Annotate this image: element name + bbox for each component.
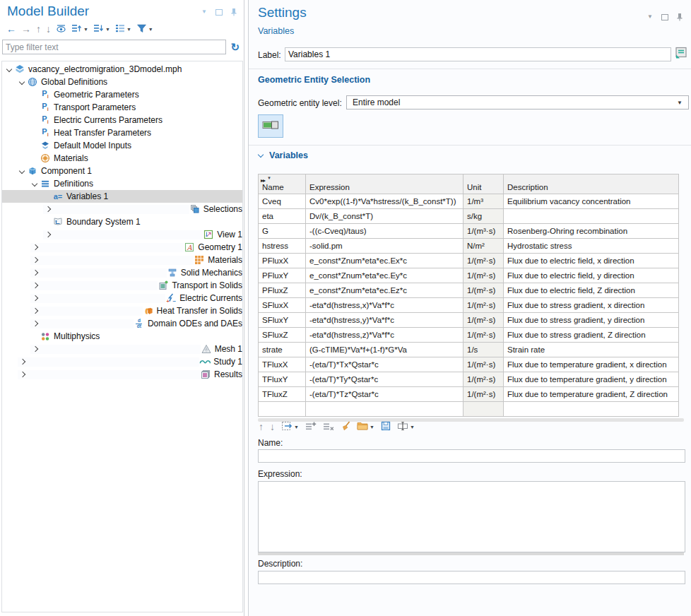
expander-icon[interactable] <box>30 179 40 189</box>
node-text-button[interactable]: ▼ <box>114 23 132 36</box>
var-description-cell[interactable]: Flux due to temperature gradient, Z dire… <box>504 387 679 402</box>
var-expression-cell[interactable]: -(eta/T)*Ty*Qstar*c <box>306 372 463 387</box>
var-description-cell[interactable]: Flux due to temperature gradient, x dire… <box>504 357 679 372</box>
tree-item-geometry-1[interactable]: AGeometry 1 <box>2 241 242 254</box>
back-button[interactable]: ← <box>6 23 17 35</box>
expander-icon[interactable] <box>18 370 200 379</box>
save-file-button[interactable] <box>380 420 391 434</box>
var-description-cell[interactable]: Flux due to stress gradient, y direction <box>504 313 679 328</box>
var-expression-cell[interactable]: -eta*d(hstress,y)*Va*f*c <box>306 313 463 328</box>
var-expression-cell[interactable]: -((c-Cveq)/taus) <box>306 224 463 239</box>
var-description-cell[interactable]: Flux due to electric field, Z direction <box>504 283 679 298</box>
var-name-cell[interactable] <box>259 402 306 417</box>
expander-icon[interactable] <box>30 307 143 316</box>
expander-icon[interactable] <box>18 167 27 176</box>
var-name-cell[interactable]: SFluxZ <box>259 328 306 343</box>
var-unit-cell[interactable]: 1/(m²·s) <box>463 357 504 372</box>
tree-item-study-1[interactable]: Study 1 <box>2 355 242 368</box>
tree-item-default-model-inputs[interactable]: Default Model Inputs <box>2 139 242 152</box>
forward-button[interactable]: → <box>20 23 32 35</box>
move-down-button[interactable]: ↓ <box>45 23 52 35</box>
panel-menu-icon[interactable]: ▼ <box>200 8 208 16</box>
var-expression-cell[interactable]: e_const*Znum*eta*ec.Ez*c <box>306 283 463 298</box>
expander-icon[interactable] <box>30 256 194 265</box>
tree-item-transport-in-solids[interactable]: Transport in Solids <box>2 279 242 292</box>
tree-item-definitions[interactable]: Definitions <box>2 177 242 190</box>
var-name-cell[interactable]: Cveq <box>259 194 306 209</box>
var-name-cell[interactable]: eta <box>259 209 306 224</box>
row-down-button[interactable]: ↓ <box>269 421 276 433</box>
collapse-all-button[interactable]: ▼ <box>93 23 111 36</box>
var-description-cell[interactable]: Strain rate <box>504 343 679 357</box>
tree-item-materials[interactable]: Materials <box>2 152 242 165</box>
tree-item-mesh-1[interactable]: Mesh 1 <box>2 343 242 355</box>
label-edit-button[interactable] <box>673 45 689 62</box>
var-description-cell[interactable]: Equilibrium vacancy concentration <box>504 194 679 209</box>
expander-icon[interactable] <box>30 243 184 252</box>
expander-icon[interactable] <box>30 281 158 290</box>
var-expression-cell[interactable]: e_const*Znum*eta*ec.Ex*c <box>306 254 463 268</box>
var-name-cell[interactable]: PFluxZ <box>259 283 306 298</box>
var-unit-cell[interactable]: 1/(m²·s) <box>463 387 504 402</box>
clear-button[interactable] <box>340 420 351 434</box>
panel-menu-icon[interactable]: ▼ <box>646 13 654 21</box>
var-description-cell[interactable]: Rosenberg-Ohring recombination <box>504 224 679 239</box>
var-unit-cell[interactable]: 1/s <box>463 343 504 357</box>
var-description-cell[interactable]: Flux due to electric field, y direction <box>504 268 679 283</box>
tree-item-component-1[interactable]: Component 1 <box>2 165 242 177</box>
expander-icon[interactable] <box>30 268 167 278</box>
filter-button[interactable]: ▼ <box>136 23 154 36</box>
tree-item-heat-transfer-parameters[interactable]: PiHeat Transfer Parameters <box>2 126 242 139</box>
tree-item-materials[interactable]: Materials <box>2 254 242 266</box>
var-name-cell[interactable]: PFluxY <box>259 268 306 283</box>
var-name-cell[interactable]: TFluxZ <box>259 387 306 402</box>
description-input[interactable] <box>258 571 685 584</box>
add-row-button[interactable] <box>305 420 317 434</box>
column-header-name[interactable]: ▸▸▼Name <box>259 174 306 194</box>
name-input[interactable] <box>258 449 685 463</box>
var-name-cell[interactable]: G <box>259 224 306 239</box>
var-unit-cell[interactable]: 1/(m³·s) <box>463 224 504 239</box>
var-name-cell[interactable]: hstress <box>259 239 306 254</box>
pin-icon[interactable] <box>230 8 238 16</box>
tree-item-multiphysics[interactable]: Multiphysics <box>2 330 242 343</box>
active-toggle-button[interactable] <box>258 114 283 138</box>
label-input[interactable] <box>285 47 671 61</box>
move-to-button[interactable]: ▼ <box>280 420 300 434</box>
variables-section-header[interactable]: Variables <box>258 150 308 160</box>
var-expression-cell[interactable] <box>306 402 463 417</box>
tree-item-global-definitions[interactable]: Global Definitions <box>2 76 242 88</box>
var-name-cell[interactable]: strate <box>259 343 306 357</box>
float-icon[interactable] <box>661 13 669 21</box>
refresh-icon[interactable]: ↻ <box>230 42 240 52</box>
var-unit-cell[interactable]: 1/(m²·s) <box>463 313 504 328</box>
var-unit-cell[interactable]: 1/(m²·s) <box>463 372 504 387</box>
tree-item-view-1[interactable]: View 1 <box>2 228 242 241</box>
var-description-cell[interactable]: Flux due to temperature gradient, y dire… <box>504 372 679 387</box>
move-up-button[interactable]: ↑ <box>35 23 42 35</box>
var-name-cell[interactable]: SFluxY <box>259 313 306 328</box>
expander-icon[interactable] <box>5 65 14 74</box>
var-description-cell[interactable] <box>504 209 679 224</box>
expander-icon[interactable] <box>30 319 134 328</box>
var-expression-cell[interactable]: Dv/(k_B_const*T) <box>306 209 463 224</box>
expression-scrollbar[interactable] <box>258 552 684 555</box>
edit-field-button[interactable]: ▼ <box>396 420 415 434</box>
var-description-cell[interactable]: Flux due to electric field, x direction <box>504 254 679 268</box>
var-name-cell[interactable]: PFluxX <box>259 254 306 268</box>
tree-item-vacancy-electromigration-3dmodel-mph[interactable]: vacancy_electromigration_3Dmodel.mph <box>2 63 242 76</box>
tree-item-electric-currents[interactable]: +−Electric Currents <box>2 292 242 304</box>
expression-input[interactable] <box>258 481 685 552</box>
expander-icon[interactable] <box>43 230 203 239</box>
geometric-entity-level-select[interactable]: Entire model ▼ <box>346 95 689 109</box>
var-description-cell[interactable] <box>504 402 679 417</box>
var-unit-cell[interactable]: 1/m³ <box>463 194 504 209</box>
var-unit-cell[interactable] <box>463 402 504 417</box>
expander-icon[interactable] <box>30 294 165 303</box>
column-header-expression[interactable]: Expression <box>306 174 463 194</box>
expander-icon[interactable] <box>18 78 27 87</box>
var-unit-cell[interactable]: 1/(m²·s) <box>463 298 504 313</box>
float-icon[interactable] <box>215 8 223 16</box>
var-unit-cell[interactable]: 1/(m²·s) <box>463 254 504 268</box>
column-header-description[interactable]: Description <box>504 174 679 194</box>
